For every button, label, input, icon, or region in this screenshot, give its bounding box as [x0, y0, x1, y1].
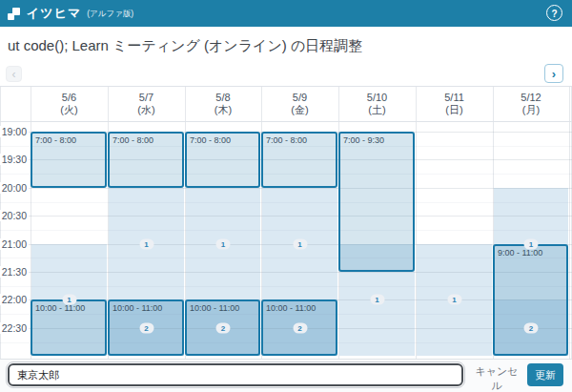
day-header: 5/8(木): [185, 86, 261, 121]
help-icon[interactable]: ?: [546, 5, 562, 21]
selected-slot-label: 10:00 - 11:00: [263, 301, 336, 315]
time-label: 20:30: [0, 210, 29, 221]
day-weekday: (土): [368, 104, 385, 116]
time-label: 21:00: [0, 238, 29, 250]
grid-line: [0, 216, 572, 217]
day-weekday: (月): [522, 104, 540, 116]
selected-slot-label: 7:00 - 8:00: [263, 134, 336, 147]
selected-slot-label: 7:00 - 8:00: [110, 134, 182, 147]
selected-slot[interactable]: 7:00 - 9:30: [338, 132, 415, 272]
availability-count-badge: 1: [447, 295, 461, 305]
time-label: 19:00: [0, 126, 29, 137]
availability-count-badge: 2: [524, 322, 539, 333]
availability-count-badge: 2: [293, 322, 307, 333]
time-label: 20:00: [0, 182, 29, 194]
day-header: 5/10(土): [338, 86, 416, 121]
selected-slot-label: 10:00 - 11:00: [187, 301, 258, 315]
page-title: ut code(); Learn ミーティング (オンライン) の日程調整: [8, 37, 362, 55]
day-weekday: (日): [445, 104, 462, 116]
update-button[interactable]: 更新: [527, 363, 563, 386]
selected-slot-label: 10:00 - 11:00: [110, 301, 182, 315]
grid-line: [0, 244, 572, 245]
participant-name-input[interactable]: [8, 363, 463, 386]
grid-line: [0, 286, 572, 287]
schedule-grid[interactable]: 5/6(火)5/7(水)5/8(木)5/9(金)5/10(土)5/11(日)5/…: [0, 86, 572, 359]
grid-line: [0, 230, 572, 231]
day-date: 5/11: [444, 92, 464, 104]
selected-slot[interactable]: 7:00 - 8:00: [108, 132, 184, 188]
footer-bar: キャンセル 更新: [0, 359, 572, 392]
selected-slot[interactable]: 9:00 - 11:00: [493, 244, 568, 356]
availability-count-badge: 1: [524, 238, 539, 249]
appbar: イツヒマ (アルファ版) ?: [0, 0, 572, 27]
day-header: 5/11(日): [416, 86, 493, 121]
cancel-button[interactable]: キャンセル: [469, 363, 524, 386]
prev-week-button[interactable]: ‹: [6, 66, 22, 82]
time-label: 21:30: [0, 266, 29, 278]
app-window: イツヒマ (アルファ版) ? ut code(); Learn ミーティング (…: [0, 0, 572, 392]
selected-slot[interactable]: 10:00 - 11:00: [31, 299, 107, 356]
availability-count-badge: 1: [293, 238, 307, 249]
selected-slot[interactable]: 7:00 - 8:00: [185, 132, 260, 188]
grid-line: [0, 202, 572, 203]
selected-slot-label: 7:00 - 8:00: [187, 134, 258, 147]
grid-line: [569, 86, 570, 359]
selected-slot-label: 7:00 - 8:00: [32, 134, 105, 147]
availability-count-badge: 2: [139, 322, 153, 333]
grid-line: [0, 258, 572, 258]
app-name: イツヒマ: [27, 5, 81, 22]
selected-slot-label: 7:00 - 9:30: [340, 134, 413, 147]
time-label: 19:30: [0, 154, 29, 165]
day-date: 5/7: [139, 92, 153, 104]
grid-line: [0, 272, 572, 273]
day-weekday: (水): [137, 104, 154, 116]
grid-line: [0, 121, 572, 122]
day-header: 5/6(火): [31, 86, 108, 121]
alpha-version-tag: (アルファ版): [87, 9, 133, 20]
day-weekday: (木): [214, 104, 232, 116]
availability-count-badge: 1: [216, 238, 231, 249]
day-date: 5/9: [293, 92, 307, 104]
time-label: 22:00: [0, 294, 29, 305]
time-label: 22:30: [0, 322, 29, 334]
day-header: 5/12(月): [493, 86, 569, 121]
app-logo-icon: [7, 7, 21, 21]
next-week-button[interactable]: ›: [544, 64, 563, 83]
day-date: 5/12: [521, 92, 541, 104]
day-date: 5/8: [215, 92, 230, 104]
day-weekday: (火): [60, 104, 77, 116]
grid-line: [0, 188, 572, 189]
selected-slot[interactable]: 7:00 - 8:00: [261, 132, 337, 188]
availability-count-badge: 1: [139, 238, 153, 249]
availability-count-badge: 2: [216, 322, 231, 333]
day-header: 5/9(金): [261, 86, 338, 121]
selected-slot[interactable]: 7:00 - 8:00: [31, 132, 107, 188]
availability-count-badge: 1: [62, 295, 76, 305]
day-weekday: (金): [291, 104, 308, 116]
day-header: 5/7(水): [108, 86, 185, 121]
availability-count-badge: 1: [370, 295, 384, 305]
day-date: 5/10: [367, 92, 387, 104]
day-date: 5/6: [62, 92, 76, 104]
